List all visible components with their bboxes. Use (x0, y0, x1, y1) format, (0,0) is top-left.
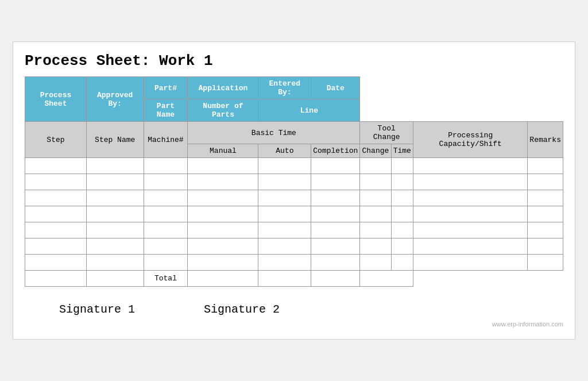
col-tool-change-group: Tool Change (360, 122, 413, 144)
col-entered-by: Entered By: (258, 77, 311, 99)
col-process-sheet: Process Sheet (25, 77, 87, 122)
col-step-name: Step Name (86, 122, 144, 158)
page-container: Process Sheet: Work 1 Process Sheet Appr… (13, 41, 575, 340)
watermark: www.erp-information.com (25, 321, 563, 328)
table-row (25, 222, 563, 238)
col-time: Time (391, 144, 413, 158)
col-auto: Auto (258, 144, 311, 158)
table-row (25, 206, 563, 222)
signatures-section: Signature 1 Signature 2 (25, 303, 563, 316)
col-completion: Completion (311, 144, 360, 158)
table-row (25, 190, 563, 206)
col-machine: Machine# (144, 122, 188, 158)
table-row (25, 238, 563, 255)
signature-1: Signature 1 (59, 303, 135, 316)
col-part-num: Part# (144, 77, 188, 99)
total-row: Total (25, 271, 563, 287)
table-row (25, 255, 563, 271)
col-number-of-parts: Number of Parts (188, 99, 258, 122)
signature-2: Signature 2 (204, 303, 280, 316)
col-change: Change (360, 144, 391, 158)
page-title: Process Sheet: Work 1 (25, 52, 563, 70)
col-line: Line (258, 99, 360, 122)
table-row (25, 174, 563, 190)
col-approved-by: Approved By: (86, 77, 144, 122)
col-date: Date (311, 77, 360, 99)
col-processing: Processing Capacity/Shift (413, 122, 528, 158)
col-remarks: Remarks (528, 122, 563, 158)
col-part-name: Part Name (144, 99, 188, 122)
col-application: Application (188, 77, 258, 99)
col-step: Step (25, 122, 87, 158)
col-basic-time: Basic Time (188, 122, 360, 144)
col-manual: Manual (188, 144, 258, 158)
total-label: Total (144, 271, 188, 287)
process-table: Process Sheet Approved By: Part# Applica… (25, 76, 563, 287)
table-row (25, 158, 563, 174)
